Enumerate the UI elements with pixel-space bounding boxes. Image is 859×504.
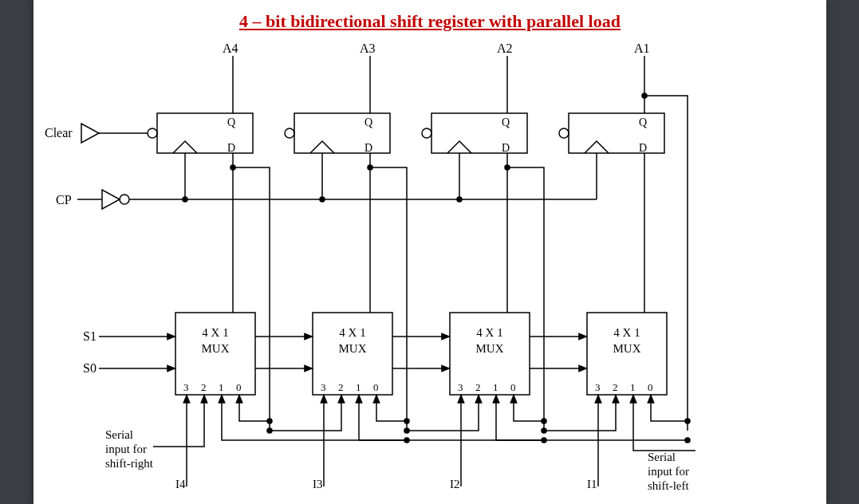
mux4-type: 4 X 1: [202, 326, 228, 339]
ff4-q: Q: [227, 116, 235, 128]
mux3-p2: 2: [338, 381, 344, 393]
svg-rect-4: [431, 113, 527, 153]
svg-point-23: [404, 419, 409, 423]
i4-label: I4: [175, 478, 186, 490]
mux3-p1: 1: [356, 381, 361, 393]
svg-point-5: [422, 128, 431, 138]
i1-label: I1: [587, 478, 597, 490]
out-a2: A2: [497, 41, 513, 55]
s0-label: S0: [83, 361, 97, 375]
mux2-p0: 0: [510, 381, 516, 393]
mux2-label: MUX: [475, 342, 503, 355]
svg-point-3: [285, 128, 294, 138]
mux3-label: MUX: [338, 342, 366, 355]
mux3-p3: 3: [321, 381, 326, 393]
mux1-p2: 2: [613, 381, 618, 393]
out-a4: A4: [223, 41, 238, 55]
svg-point-25: [685, 419, 690, 423]
serial-left-1: Serial: [648, 451, 676, 463]
i3-label: I3: [313, 478, 323, 490]
i2-label: I2: [450, 478, 460, 490]
mux1-p1: 1: [630, 381, 636, 393]
out-a1: A1: [634, 41, 650, 55]
mux2-p2: 2: [475, 381, 481, 393]
s1-label: S1: [83, 329, 97, 343]
svg-marker-9: [102, 190, 120, 209]
svg-point-19: [368, 165, 372, 170]
mux2-type: 4 X 1: [476, 326, 502, 339]
svg-point-24: [542, 419, 546, 423]
ff1-q: Q: [639, 116, 647, 128]
out-a3: A3: [360, 41, 376, 55]
svg-point-18: [231, 165, 235, 170]
svg-point-10: [120, 195, 129, 204]
svg-point-28: [542, 428, 546, 433]
serial-right-2: input for: [105, 443, 147, 455]
mux4-p3: 3: [183, 381, 189, 393]
cp-label: CP: [56, 193, 72, 207]
ff3-q: Q: [364, 116, 372, 128]
mux2-p1: 1: [493, 381, 498, 393]
mux4-p0: 0: [236, 381, 242, 393]
mux2-p3: 3: [458, 381, 463, 393]
mux4-label: MUX: [201, 342, 229, 355]
svg-point-12: [320, 197, 325, 202]
diagram: Q D Q D Q D Q D Clear CP A4 A3 A2 A1 4 X…: [33, 0, 826, 504]
svg-rect-6: [569, 113, 664, 153]
svg-point-22: [267, 419, 272, 423]
mux4-p1: 1: [219, 381, 224, 393]
mux1-p3: 3: [595, 381, 601, 393]
svg-point-27: [404, 428, 409, 433]
mux4-p2: 2: [201, 381, 207, 393]
mux3-type: 4 X 1: [339, 326, 365, 339]
mux1-type: 4 X 1: [613, 326, 640, 339]
svg-point-11: [183, 197, 187, 202]
mux1-label: MUX: [613, 342, 640, 355]
svg-point-31: [685, 438, 690, 443]
ff3-d: D: [364, 142, 372, 154]
svg-rect-2: [294, 113, 390, 153]
svg-point-26: [267, 428, 272, 433]
svg-point-1: [148, 128, 157, 138]
mux3-p0: 0: [373, 381, 379, 393]
clear-label: Clear: [45, 126, 73, 140]
serial-right-3: shift-right: [105, 457, 154, 470]
ff4-d: D: [227, 142, 235, 154]
svg-point-20: [505, 165, 510, 170]
ff2-q: Q: [502, 116, 510, 128]
svg-point-7: [559, 128, 569, 138]
ff2-d: D: [502, 142, 510, 154]
svg-point-21: [642, 93, 647, 98]
serial-left-3: shift-left: [648, 479, 689, 492]
svg-marker-8: [81, 124, 99, 143]
svg-point-13: [457, 197, 462, 202]
serial-right-1: Serial: [105, 428, 133, 441]
serial-left-2: input for: [648, 465, 689, 478]
mux1-p0: 0: [648, 381, 653, 393]
ff1-d: D: [639, 142, 647, 154]
